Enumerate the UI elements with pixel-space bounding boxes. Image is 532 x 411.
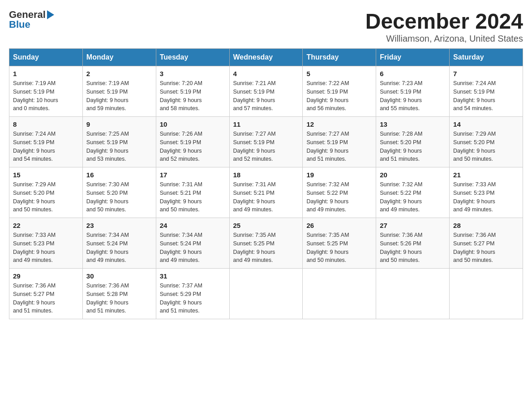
table-row (303, 269, 376, 319)
table-row: 26 Sunrise: 7:35 AMSunset: 5:25 PMDaylig… (303, 218, 376, 269)
col-thursday: Thursday (303, 49, 376, 66)
table-row (450, 269, 523, 319)
col-wednesday: Wednesday (229, 49, 303, 66)
table-row: 7 Sunrise: 7:24 AMSunset: 5:19 PMDayligh… (450, 66, 523, 117)
day-number: 1 (13, 70, 79, 77)
table-row: 13 Sunrise: 7:28 AMSunset: 5:20 PMDaylig… (376, 117, 450, 167)
day-number: 4 (233, 70, 299, 77)
month-title: December 2024 (365, 9, 523, 34)
day-number: 25 (233, 222, 299, 229)
day-number: 7 (453, 70, 519, 77)
day-number: 12 (306, 120, 372, 128)
calendar-week-row: 8 Sunrise: 7:24 AMSunset: 5:19 PMDayligh… (9, 117, 523, 167)
col-monday: Monday (82, 49, 156, 66)
table-row: 10 Sunrise: 7:26 AMSunset: 5:19 PMDaylig… (156, 117, 229, 167)
table-row: 25 Sunrise: 7:35 AMSunset: 5:25 PMDaylig… (229, 218, 303, 269)
day-number: 15 (13, 171, 79, 179)
logo-arrow-icon (47, 10, 54, 19)
table-row: 16 Sunrise: 7:30 AMSunset: 5:20 PMDaylig… (82, 167, 156, 218)
day-number: 27 (380, 222, 446, 229)
day-info: Sunrise: 7:25 AMSunset: 5:19 PMDaylight:… (86, 131, 129, 162)
col-saturday: Saturday (450, 49, 523, 66)
table-row: 8 Sunrise: 7:24 AMSunset: 5:19 PMDayligh… (9, 117, 83, 167)
day-info: Sunrise: 7:33 AMSunset: 5:23 PMDaylight:… (13, 232, 56, 263)
table-row: 3 Sunrise: 7:20 AMSunset: 5:19 PMDayligh… (156, 66, 229, 117)
day-number: 11 (233, 120, 299, 128)
day-number: 14 (453, 120, 519, 128)
day-info: Sunrise: 7:27 AMSunset: 5:19 PMDaylight:… (233, 131, 276, 162)
table-row (229, 269, 303, 319)
table-row: 22 Sunrise: 7:33 AMSunset: 5:23 PMDaylig… (9, 218, 83, 269)
day-info: Sunrise: 7:33 AMSunset: 5:23 PMDaylight:… (453, 181, 496, 213)
table-row: 1 Sunrise: 7:19 AMSunset: 5:19 PMDayligh… (9, 66, 83, 117)
day-info: Sunrise: 7:26 AMSunset: 5:19 PMDaylight:… (160, 131, 202, 162)
table-row: 27 Sunrise: 7:36 AMSunset: 5:26 PMDaylig… (376, 218, 450, 269)
day-info: Sunrise: 7:35 AMSunset: 5:25 PMDaylight:… (233, 232, 276, 263)
day-info: Sunrise: 7:32 AMSunset: 5:22 PMDaylight:… (306, 181, 349, 213)
day-info: Sunrise: 7:31 AMSunset: 5:21 PMDaylight:… (160, 181, 202, 213)
calendar-week-row: 22 Sunrise: 7:33 AMSunset: 5:23 PMDaylig… (9, 218, 523, 269)
day-number: 9 (86, 120, 152, 128)
day-info: Sunrise: 7:24 AMSunset: 5:19 PMDaylight:… (13, 131, 56, 162)
day-info: Sunrise: 7:36 AMSunset: 5:27 PMDaylight:… (13, 283, 56, 314)
day-number: 5 (306, 70, 372, 77)
day-number: 13 (380, 120, 446, 128)
day-number: 16 (86, 171, 152, 179)
day-number: 30 (86, 272, 152, 280)
day-number: 22 (13, 222, 79, 229)
table-row: 11 Sunrise: 7:27 AMSunset: 5:19 PMDaylig… (229, 117, 303, 167)
table-row: 18 Sunrise: 7:31 AMSunset: 5:21 PMDaylig… (229, 167, 303, 218)
day-number: 3 (160, 70, 226, 77)
day-number: 21 (453, 171, 519, 179)
day-number: 28 (453, 222, 519, 229)
day-info: Sunrise: 7:27 AMSunset: 5:19 PMDaylight:… (306, 131, 349, 162)
day-info: Sunrise: 7:36 AMSunset: 5:26 PMDaylight:… (380, 232, 422, 263)
table-row: 24 Sunrise: 7:34 AMSunset: 5:24 PMDaylig… (156, 218, 229, 269)
day-info: Sunrise: 7:23 AMSunset: 5:19 PMDaylight:… (380, 80, 422, 111)
day-info: Sunrise: 7:21 AMSunset: 5:19 PMDaylight:… (233, 80, 276, 111)
day-number: 6 (380, 70, 446, 77)
day-number: 20 (380, 171, 446, 179)
day-number: 26 (306, 222, 372, 229)
day-number: 17 (160, 171, 226, 179)
calendar-week-row: 1 Sunrise: 7:19 AMSunset: 5:19 PMDayligh… (9, 66, 523, 117)
table-row: 6 Sunrise: 7:23 AMSunset: 5:19 PMDayligh… (376, 66, 450, 117)
table-row: 31 Sunrise: 7:37 AMSunset: 5:29 PMDaylig… (156, 269, 229, 319)
day-number: 2 (86, 70, 152, 77)
table-row: 12 Sunrise: 7:27 AMSunset: 5:19 PMDaylig… (303, 117, 376, 167)
table-row: 17 Sunrise: 7:31 AMSunset: 5:21 PMDaylig… (156, 167, 229, 218)
day-info: Sunrise: 7:24 AMSunset: 5:19 PMDaylight:… (453, 80, 496, 111)
day-info: Sunrise: 7:35 AMSunset: 5:25 PMDaylight:… (306, 232, 349, 263)
day-info: Sunrise: 7:34 AMSunset: 5:24 PMDaylight:… (160, 232, 202, 263)
logo: General Blue (9, 9, 54, 30)
table-row: 4 Sunrise: 7:21 AMSunset: 5:19 PMDayligh… (229, 66, 303, 117)
day-info: Sunrise: 7:32 AMSunset: 5:22 PMDaylight:… (380, 181, 422, 213)
table-row: 20 Sunrise: 7:32 AMSunset: 5:22 PMDaylig… (376, 167, 450, 218)
day-number: 31 (160, 272, 226, 280)
logo-blue-text: Blue (9, 19, 30, 30)
table-row: 23 Sunrise: 7:34 AMSunset: 5:24 PMDaylig… (82, 218, 156, 269)
day-number: 18 (233, 171, 299, 179)
title-block: December 2024 Williamson, Arizona, Unite… (365, 9, 523, 44)
page-header: General Blue December 2024 Williamson, A… (9, 9, 523, 44)
table-row (376, 269, 450, 319)
location-subtitle: Williamson, Arizona, United States (365, 34, 523, 44)
col-friday: Friday (376, 49, 450, 66)
table-row: 19 Sunrise: 7:32 AMSunset: 5:22 PMDaylig… (303, 167, 376, 218)
table-row: 15 Sunrise: 7:29 AMSunset: 5:20 PMDaylig… (9, 167, 83, 218)
day-number: 29 (13, 272, 79, 280)
table-row: 30 Sunrise: 7:36 AMSunset: 5:28 PMDaylig… (82, 269, 156, 319)
day-info: Sunrise: 7:20 AMSunset: 5:19 PMDaylight:… (160, 80, 202, 111)
calendar-week-row: 29 Sunrise: 7:36 AMSunset: 5:27 PMDaylig… (9, 269, 523, 319)
day-info: Sunrise: 7:31 AMSunset: 5:21 PMDaylight:… (233, 181, 276, 213)
table-row: 5 Sunrise: 7:22 AMSunset: 5:19 PMDayligh… (303, 66, 376, 117)
day-info: Sunrise: 7:34 AMSunset: 5:24 PMDaylight:… (86, 232, 129, 263)
day-info: Sunrise: 7:19 AMSunset: 5:19 PMDaylight:… (86, 80, 129, 111)
table-row: 2 Sunrise: 7:19 AMSunset: 5:19 PMDayligh… (82, 66, 156, 117)
day-info: Sunrise: 7:29 AMSunset: 5:20 PMDaylight:… (453, 131, 496, 162)
day-info: Sunrise: 7:19 AMSunset: 5:19 PMDaylight:… (13, 80, 58, 111)
col-tuesday: Tuesday (156, 49, 229, 66)
table-row: 28 Sunrise: 7:36 AMSunset: 5:27 PMDaylig… (450, 218, 523, 269)
day-info: Sunrise: 7:28 AMSunset: 5:20 PMDaylight:… (380, 131, 422, 162)
calendar-header-row: Sunday Monday Tuesday Wednesday Thursday… (9, 49, 523, 66)
